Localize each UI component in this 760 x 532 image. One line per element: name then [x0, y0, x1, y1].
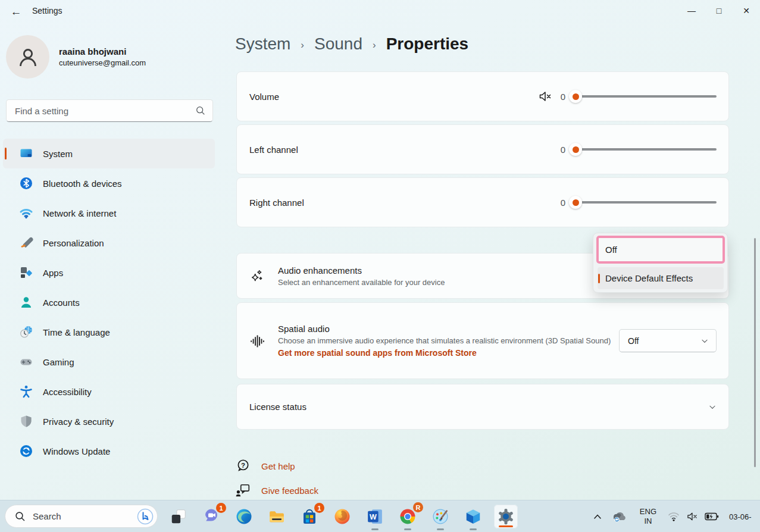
tray-wifi[interactable] — [665, 511, 683, 522]
sidebar-item-apps[interactable]: Apps — [3, 258, 215, 287]
sidebar-item-system[interactable]: System — [3, 139, 215, 168]
sidebar-item-accounts[interactable]: Accounts — [3, 287, 215, 317]
volume-value: 0 — [561, 92, 565, 102]
left-channel-row: Left channel 0 — [236, 124, 729, 174]
get-help-link[interactable]: ? Get help — [235, 458, 295, 474]
search-icon — [15, 511, 26, 522]
tray-onedrive[interactable] — [608, 511, 631, 522]
taskbar-chat[interactable]: 1 — [199, 505, 223, 528]
minimize-icon: — — [687, 6, 696, 15]
spatial-audio-select[interactable]: Off — [619, 329, 717, 352]
find-setting-input[interactable] — [15, 106, 196, 116]
taskbar-chrome[interactable]: R — [396, 505, 420, 528]
sidebar-item-gaming[interactable]: Gaming — [3, 347, 215, 377]
left-channel-value: 0 — [561, 145, 565, 155]
registry-running-indicator — [470, 528, 477, 530]
sidebar-item-personalization[interactable]: Personalization — [3, 228, 215, 258]
find-setting-box[interactable] — [6, 99, 213, 122]
help-bubble-icon: ? — [235, 458, 251, 474]
breadcrumb-separator-icon: › — [301, 37, 304, 51]
taskbar-task-view[interactable] — [167, 505, 190, 528]
tray-battery[interactable] — [702, 512, 722, 521]
back-arrow-icon: ← — [11, 5, 22, 18]
right-channel-row: Right channel 0 — [236, 177, 729, 227]
back-button[interactable]: ← — [6, 4, 26, 20]
titlebar: ← Settings — □ ✕ — [0, 0, 760, 24]
mute-speaker-icon — [686, 511, 698, 522]
sidebar: raaina bhojwani cuteuniverse@gmail.com S… — [0, 24, 225, 500]
wifi-icon — [668, 511, 680, 522]
close-button[interactable]: ✕ — [733, 0, 760, 21]
sidebar-nav: System Bluetooth & devices Network & int… — [3, 139, 215, 466]
edge-icon — [235, 508, 253, 525]
tray-date[interactable]: 03-06- — [729, 512, 760, 521]
sparkles-icon — [249, 268, 265, 284]
wifi-icon — [19, 206, 33, 220]
word-running-indicator — [371, 528, 379, 530]
svg-text:?: ? — [241, 462, 245, 469]
volume-slider-thumb[interactable] — [569, 90, 582, 103]
spatial-sound-store-link[interactable]: Get more spatial sound apps from Microso… — [278, 348, 611, 358]
taskbar-registry-editor[interactable] — [461, 505, 485, 528]
account-name: raaina bhojwani — [59, 46, 146, 57]
feedback-icon — [235, 483, 251, 498]
tray-chevron-up[interactable] — [587, 514, 608, 520]
minimize-button[interactable]: — — [678, 0, 705, 21]
sidebar-item-privacy-security[interactable]: Privacy & security — [3, 406, 215, 436]
task-view-icon — [170, 508, 187, 525]
maximize-button[interactable]: □ — [705, 0, 733, 21]
scrollbar[interactable] — [754, 238, 756, 467]
bluetooth-icon — [19, 176, 33, 190]
breadcrumb-separator-icon: › — [373, 37, 376, 51]
sidebar-item-network-internet[interactable]: Network & internet — [3, 198, 215, 228]
breadcrumb-sound[interactable]: Sound — [314, 35, 362, 54]
right-channel-label: Right channel — [249, 198, 304, 208]
taskbar-search[interactable]: Search — [5, 505, 158, 528]
left-channel-slider-track[interactable] — [575, 148, 717, 151]
paint-icon — [431, 508, 449, 525]
sidebar-item-bluetooth-devices[interactable]: Bluetooth & devices — [3, 168, 215, 198]
sidebar-item-time-language[interactable]: Time & language — [3, 317, 215, 347]
sidebar-item-accessibility[interactable]: Accessibility — [3, 377, 215, 406]
word-icon: W — [366, 508, 384, 525]
taskbar-edge[interactable] — [232, 505, 256, 528]
active-accent-bar — [5, 148, 7, 159]
onedrive-icon — [612, 511, 627, 522]
breadcrumb-system[interactable]: System — [235, 35, 290, 54]
volume-slider-track[interactable] — [575, 95, 717, 98]
battery-charging-icon — [705, 512, 719, 521]
volume-slider[interactable] — [569, 90, 717, 103]
svg-text:W: W — [370, 513, 377, 521]
dropdown-option-device-default-effects[interactable]: Device Default Effects — [598, 267, 724, 289]
right-channel-slider-track[interactable] — [575, 201, 717, 204]
account-email: cuteuniverse@gmail.com — [59, 58, 146, 67]
search-icon — [196, 106, 205, 115]
left-channel-slider-thumb[interactable] — [569, 143, 582, 156]
tray-volume[interactable] — [683, 511, 702, 522]
chevron-down-icon — [700, 337, 709, 345]
account-profile[interactable]: raaina bhojwani cuteuniverse@gmail.com — [6, 35, 146, 79]
folder-icon — [268, 508, 286, 525]
sidebar-item-windows-update[interactable]: Windows Update — [3, 436, 215, 466]
right-channel-slider-thumb[interactable] — [569, 196, 582, 209]
taskbar-store[interactable]: 1 — [298, 505, 321, 528]
taskbar-paint[interactable] — [429, 505, 452, 528]
taskbar-settings[interactable] — [494, 505, 518, 528]
taskbar-word[interactable]: W — [363, 505, 387, 528]
taskbar-file-explorer[interactable] — [265, 505, 289, 528]
accounts-icon — [19, 295, 33, 309]
taskbar-firefox[interactable] — [330, 505, 354, 528]
give-feedback-link[interactable]: Give feedback — [235, 483, 318, 498]
mute-speaker-icon[interactable] — [538, 89, 552, 104]
license-status-row[interactable]: License status — [236, 384, 729, 430]
left-channel-slider[interactable] — [569, 143, 717, 156]
enhancement-dropdown-flyout: Off Device Default Effects — [593, 233, 728, 293]
right-channel-slider[interactable] — [569, 196, 717, 209]
maximize-icon: □ — [717, 6, 721, 15]
tray-language-indicator[interactable]: ENG IN — [640, 507, 656, 526]
settings-running-indicator — [499, 525, 513, 527]
spatial-audio-row: Spatial audio Choose an immersive audio … — [236, 302, 729, 379]
dropdown-option-off[interactable]: Off — [596, 236, 725, 264]
volume-row: Volume 0 — [236, 71, 729, 121]
chevron-down-icon[interactable] — [708, 403, 717, 411]
